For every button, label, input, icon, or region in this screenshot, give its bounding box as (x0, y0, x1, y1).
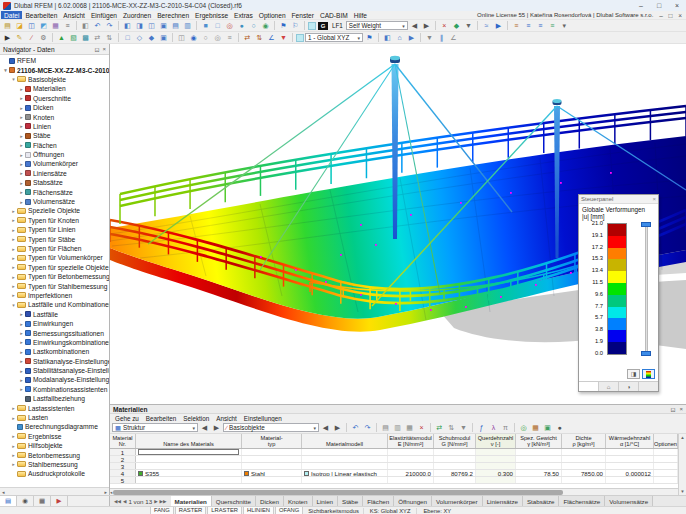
cell-g[interactable]: 80769.2 (434, 470, 476, 476)
tree-expander-icon[interactable]: ▸ (18, 386, 25, 392)
cell-e[interactable] (388, 463, 434, 469)
menu-hilfe[interactable]: Hilfe (351, 11, 370, 19)
table-menu-bearbeiten[interactable]: Bearbeiten (143, 415, 179, 422)
column-header-name[interactable]: Name des Materials (136, 434, 242, 448)
cell-nu[interactable] (476, 456, 516, 462)
table-row[interactable]: 3 (110, 463, 686, 470)
snap-toggle-ofang[interactable]: OFANG (275, 507, 303, 514)
tree-expander-icon[interactable]: ▸ (18, 358, 25, 364)
tree-item-dicken[interactable]: ▸Dicken (0, 103, 109, 112)
table-row[interactable]: 4S355StahlIsotrop | Linear elastisch2100… (110, 470, 686, 477)
cell-nr[interactable]: 1 (110, 449, 136, 455)
tree-item-lastassistenten[interactable]: ▸Lastassistenten (0, 403, 109, 412)
cell-opt[interactable] (654, 463, 678, 469)
select-lasso-icon[interactable]: ◇ (134, 33, 145, 43)
cell-name[interactable] (136, 456, 242, 462)
cell-e[interactable]: 210000.0 (388, 470, 434, 476)
tree-expander-icon[interactable]: ▸ (18, 339, 25, 345)
cell-e[interactable] (388, 477, 434, 483)
delete-row-icon[interactable]: × (416, 423, 427, 433)
panel-navigator-icon[interactable]: ◧ (122, 21, 133, 31)
tree-item-volumenkörper[interactable]: ▸Volumenkörper (0, 159, 109, 168)
filter-icon[interactable]: ▼ (458, 423, 469, 433)
nav-tab-bewegung[interactable]: ▶ (51, 496, 68, 506)
tree-expander-icon[interactable]: ▸ (18, 152, 25, 158)
table-tab-stabsätze[interactable]: Stabsätze (523, 496, 560, 506)
table-close-icon[interactable]: × (679, 406, 683, 413)
cell-alpha[interactable] (606, 449, 654, 455)
menu-optionen[interactable]: Optionen (256, 11, 289, 19)
table-tab-querschnitte[interactable]: Querschnitte (212, 496, 256, 506)
table-edit-icon[interactable]: ▥ (392, 423, 403, 433)
cell-g[interactable] (434, 456, 476, 462)
cell-rho[interactable] (562, 449, 606, 455)
tree-item-typen-für-flächen[interactable]: ▸Typen für Flächen (0, 244, 109, 253)
select-cross-icon[interactable]: ◆ (146, 33, 157, 43)
result-values-icon[interactable]: ▼ (463, 21, 474, 31)
tree-item-typen-für-betonbemessung[interactable]: ▸Typen für Betonbemessung (0, 272, 109, 281)
cell-typ[interactable] (242, 449, 302, 455)
cell-typ[interactable] (242, 463, 302, 469)
maximize-button[interactable]: □ (653, 2, 665, 9)
new-file-icon[interactable]: ▤ (2, 21, 13, 31)
panel-tab-filter[interactable]: ◑ (619, 382, 639, 391)
color-scale-button[interactable] (642, 369, 655, 379)
tree-item-typen-für-knoten[interactable]: ▸Typen für Knoten (0, 216, 109, 225)
tree-item-querschnitte[interactable]: ▸Querschnitte (0, 94, 109, 103)
tree-expander-icon[interactable]: ▸ (10, 274, 17, 280)
slider-max-handle[interactable] (641, 222, 651, 227)
tree-expander-icon[interactable]: ▸ (18, 170, 25, 176)
nav-tab-ansichten[interactable]: ▦ (34, 496, 51, 506)
cell-nr[interactable]: 5 (110, 477, 136, 483)
tree-item-typen-für-linien[interactable]: ▸Typen für Linien (0, 225, 109, 234)
combo2-prev-icon[interactable]: ◀ (320, 423, 331, 433)
tree-item-flächen[interactable]: ▸Flächen (0, 141, 109, 150)
snap-toggle-lraster[interactable]: LRASTER (207, 507, 242, 514)
numbering-4-icon[interactable]: ≡ (547, 21, 558, 31)
scroll-right-icon[interactable]: ▸ (102, 489, 109, 495)
tree-expander-icon[interactable]: ▸ (10, 236, 17, 242)
tree-expander-icon[interactable]: ▸ (10, 452, 17, 458)
tree-item-rfem[interactable]: RFEM (0, 56, 109, 65)
tree-item-stabsätze[interactable]: ▸Stabsätze (0, 178, 109, 187)
tree-item-imperfektionen[interactable]: ▸Imperfektionen (0, 291, 109, 300)
cell-modell[interactable] (302, 463, 388, 469)
calendar-icon[interactable]: ▦ (530, 423, 541, 433)
tree-item-knoten[interactable]: ▸Knoten (0, 112, 109, 121)
visibility-mode-label[interactable]: Sichtbarkeitsmodus (304, 508, 363, 514)
child-restore-button[interactable]: □ (667, 12, 675, 19)
calculate-icon[interactable]: ≈ (481, 21, 492, 31)
tree-item-einwirkungen[interactable]: ▸Einwirkungen (0, 319, 109, 328)
select-box-icon[interactable]: □ (122, 33, 133, 43)
column-header-modell[interactable]: Materialmodell (302, 434, 388, 448)
menu-einf-gen[interactable]: Einfügen (88, 11, 120, 19)
numbering-1-icon[interactable]: ≡ (511, 21, 522, 31)
tree-expander-icon[interactable]: ▸ (10, 292, 17, 298)
save-icon[interactable]: ◫ (26, 21, 37, 31)
tree-item-spezielle-objekte[interactable]: ▸Spezielle Objekte (0, 206, 109, 215)
cell-rho[interactable] (562, 477, 606, 483)
table-tab-flächen[interactable]: Flächen (363, 496, 394, 506)
insert-row-icon[interactable]: ▦ (404, 423, 415, 433)
undo-icon[interactable]: ↶ (92, 21, 103, 31)
panel-tab-factors[interactable]: ⌂ (599, 382, 619, 391)
tree-item-materialien[interactable]: ▸Materialien (0, 84, 109, 93)
tree-expander-icon[interactable]: ▸ (18, 199, 25, 205)
tree-expander-icon[interactable]: ▾ (2, 67, 9, 73)
renumber-icon[interactable]: ≡ (224, 33, 235, 43)
tree-expander-icon[interactable]: ▸ (10, 443, 17, 449)
tree-item-modalanalyse-einstellungen[interactable]: ▸Modalanalyse-Einstellungen (0, 375, 109, 384)
tree-expander-icon[interactable]: ▸ (18, 123, 25, 129)
tree-expander-icon[interactable]: ▸ (18, 114, 25, 120)
hide-objects-icon[interactable]: ○ (200, 33, 211, 43)
tree-expander-icon[interactable]: ▸ (18, 349, 25, 355)
table-menu-einstellungen[interactable]: Einstellungen (241, 415, 285, 422)
print-icon[interactable]: ≡ (62, 21, 73, 31)
basisobjekte-combo[interactable]: ∕ Basisobjekte▾ (223, 423, 319, 432)
tree-item-einwirkungskombinationen[interactable]: ▸Einwirkungskombinationen (0, 338, 109, 347)
more-icon[interactable]: ▾ (559, 21, 570, 31)
tree-expander-icon[interactable]: ▸ (18, 330, 25, 336)
tree-item-lastfälle[interactable]: ▸Lastfälle (0, 310, 109, 319)
center-view-icon[interactable]: ⌂ (394, 33, 405, 43)
tree-item-lastfälle-und-kombinationen[interactable]: ▾Lastfälle und Kombinationen (0, 300, 109, 309)
